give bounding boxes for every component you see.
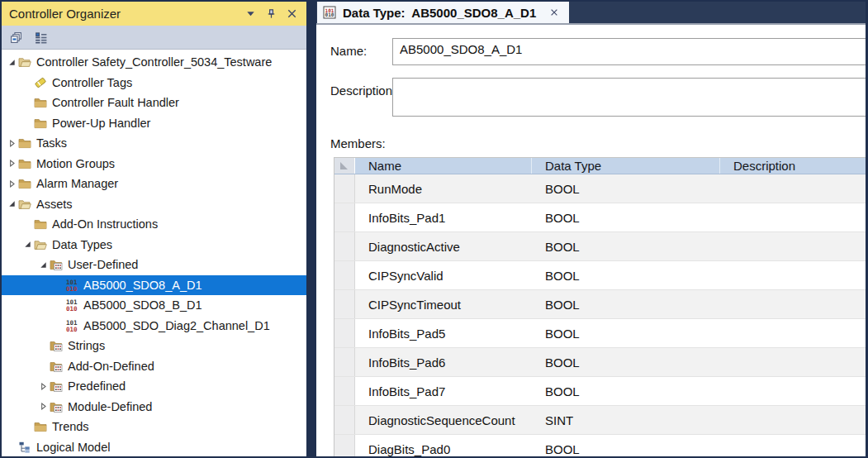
row-header-cell[interactable] [334, 406, 355, 434]
pin-button[interactable] [263, 7, 278, 21]
expand-arrow[interactable] [36, 381, 50, 391]
tree-item-user-defined[interactable]: User-Defined [2, 255, 306, 275]
member-name-cell[interactable]: RunMode [355, 174, 532, 203]
row-header-cell[interactable] [334, 290, 355, 318]
member-row-diagbits-pad0[interactable]: DiagBits_Pad0 BOOL [334, 435, 868, 458]
tree-item-add-on-defined[interactable]: Add-On-Defined [2, 356, 306, 377]
member-description-cell[interactable] [720, 319, 868, 347]
member-row-infobits-pad6[interactable]: InfoBits_Pad6 BOOL [334, 348, 868, 377]
add-component-button[interactable] [32, 29, 49, 45]
member-type-cell[interactable]: BOOL [532, 348, 720, 376]
member-name-cell[interactable]: CIPSyncValid [355, 261, 532, 289]
member-name-cell[interactable]: InfoBits_Pad5 [355, 319, 532, 347]
collapse-all-button[interactable] [7, 29, 24, 45]
expand-arrow[interactable] [21, 240, 34, 250]
tree-item-label: Trends [52, 420, 89, 433]
member-row-runmode[interactable]: RunMode BOOL [334, 174, 868, 203]
member-type-cell[interactable]: BOOL [532, 435, 720, 458]
member-description-cell[interactable] [720, 406, 868, 434]
member-type-cell[interactable]: BOOL [532, 377, 720, 405]
tree-item-alarm-manager[interactable]: Alarm Manager [2, 174, 306, 194]
tree-item-assets[interactable]: Assets [2, 194, 306, 215]
tree-item-tasks[interactable]: Tasks [2, 133, 306, 154]
row-header-cell[interactable] [334, 174, 355, 203]
expand-arrow[interactable] [5, 199, 18, 209]
member-description-cell[interactable] [720, 261, 868, 289]
member-description-cell[interactable] [720, 377, 868, 405]
member-type-cell[interactable]: BOOL [532, 290, 720, 318]
member-name-cell[interactable]: DiagnosticSequenceCount [355, 406, 532, 434]
member-name-cell[interactable]: DiagBits_Pad0 [355, 435, 532, 458]
tree-item-strings[interactable]: Strings [2, 336, 306, 356]
expand-arrow[interactable] [36, 260, 50, 270]
member-type-cell[interactable]: BOOL [532, 319, 720, 347]
name-input[interactable] [392, 38, 868, 65]
tree-item-label: Controller Fault Handler [52, 96, 179, 109]
member-type-cell[interactable]: BOOL [532, 203, 720, 231]
tree-item-ab5000-sdo-diag2-channel-d1[interactable]: AB5000_SDO_Diag2_Channel_D1 [2, 316, 306, 336]
row-header-cell[interactable] [334, 261, 355, 289]
tree-item-controller-tags[interactable]: Controller Tags [2, 73, 306, 93]
description-input[interactable] [392, 78, 868, 117]
tree-item-label: Power-Up Handler [52, 117, 150, 130]
grid-corner-cell[interactable] [334, 158, 355, 174]
tree-item-ab5000-sdo8-a-d1[interactable]: AB5000_SDO8_A_D1 [2, 275, 306, 296]
tree-item-ab5000-sdo8-b-d1[interactable]: AB5000_SDO8_B_D1 [2, 295, 306, 316]
panel-splitter[interactable] [306, 0, 316, 458]
window-position-button[interactable] [243, 7, 258, 21]
member-description-cell[interactable] [720, 290, 868, 318]
member-name-cell[interactable]: InfoBits_Pad7 [355, 377, 532, 405]
close-panel-button[interactable] [284, 7, 299, 21]
row-header-cell[interactable] [334, 435, 355, 458]
member-name-cell[interactable]: InfoBits_Pad1 [355, 203, 532, 231]
row-header-cell[interactable] [334, 348, 355, 376]
member-type-cell[interactable]: BOOL [532, 261, 720, 289]
member-row-diagnosticsequencecount[interactable]: DiagnosticSequenceCount SINT [334, 406, 868, 435]
folder-open-icon [18, 55, 31, 69]
member-row-infobits-pad7[interactable]: InfoBits_Pad7 BOOL [334, 377, 868, 406]
member-description-cell[interactable] [720, 348, 868, 376]
expand-arrow[interactable] [36, 402, 50, 412]
expand-arrow[interactable] [5, 159, 18, 169]
tree-item-controller[interactable]: Controller Safety_Controller_5034_Testwa… [2, 52, 306, 73]
member-description-cell[interactable] [720, 174, 868, 203]
tree-item-trends[interactable]: Trends [2, 417, 306, 437]
tree-item-predefined[interactable]: Predefined [2, 376, 306, 397]
member-row-cipsynctimeout[interactable]: CIPSyncTimeout BOOL [334, 290, 868, 319]
member-description-cell[interactable] [720, 435, 868, 458]
tree-item-data-types[interactable]: Data Types [2, 235, 306, 255]
tab-data-type-ab5000-sdo8-a-d1[interactable]: Data Type: AB5000_SDO8_A_D1 [317, 2, 569, 23]
member-name-cell[interactable]: InfoBits_Pad6 [355, 348, 532, 376]
corner-triangle-icon [340, 162, 348, 169]
row-header-cell[interactable] [334, 232, 355, 260]
member-row-infobits-pad1[interactable]: InfoBits_Pad1 BOOL [334, 203, 868, 232]
member-name-cell[interactable]: CIPSyncTimeout [355, 290, 532, 318]
members-grid-header: Name Data Type Description [334, 158, 868, 174]
tree-item-motion-groups[interactable]: Motion Groups [2, 154, 306, 174]
member-description-cell[interactable] [720, 203, 868, 231]
member-row-infobits-pad5[interactable]: InfoBits_Pad5 BOOL [334, 319, 868, 348]
row-header-cell[interactable] [334, 377, 355, 405]
tab-close-button[interactable] [548, 7, 560, 19]
member-name-cell[interactable]: DiagnosticActive [355, 232, 532, 260]
tree-item-logical-model[interactable]: Logical Model [2, 437, 306, 457]
expand-arrow[interactable] [5, 138, 18, 148]
tree-item-module-defined[interactable]: Module-Defined [2, 397, 306, 417]
folder-binary-icon [50, 360, 63, 373]
expanded-arrow-icon [7, 199, 17, 208]
expand-arrow[interactable] [5, 57, 18, 67]
tree-item-add-on-instructions[interactable]: Add-On Instructions [2, 214, 306, 235]
tree-item-controller-fault-handler[interactable]: Controller Fault Handler [2, 93, 306, 113]
collapsed-arrow-icon [7, 179, 17, 188]
member-type-cell[interactable]: BOOL [532, 174, 720, 203]
member-description-cell[interactable] [720, 232, 868, 260]
tree-item-power-up-handler[interactable]: Power-Up Handler [2, 113, 306, 134]
data-type-icon [65, 319, 78, 332]
member-row-diagnosticactive[interactable]: DiagnosticActive BOOL [334, 232, 868, 261]
row-header-cell[interactable] [334, 319, 355, 347]
member-type-cell[interactable]: SINT [532, 406, 720, 434]
member-row-cipsyncvalid[interactable]: CIPSyncValid BOOL [334, 261, 868, 290]
member-type-cell[interactable]: BOOL [532, 232, 720, 260]
expand-arrow[interactable] [5, 179, 18, 188]
row-header-cell[interactable] [334, 203, 355, 231]
